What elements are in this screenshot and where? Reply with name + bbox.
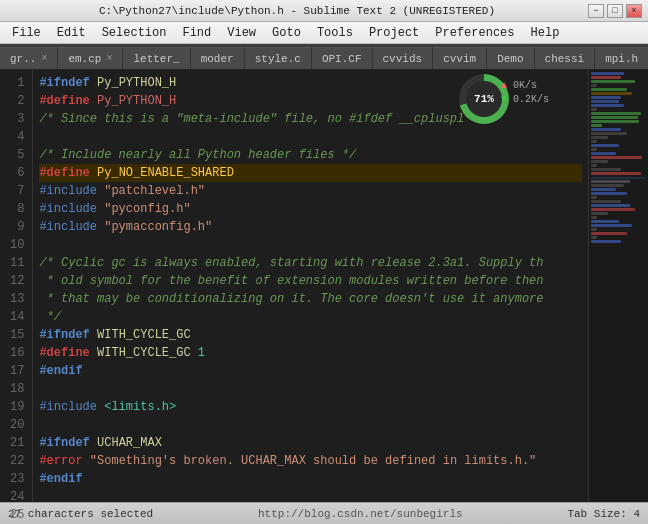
code-line-14: */ [39,308,582,326]
code-line-22: #error "Something's broken. UCHAR_MAX sh… [39,452,582,470]
title-text: C:\Python27\include\Python.h - Sublime T… [6,5,588,17]
tab-mpih[interactable]: mpi.h [595,47,648,69]
code-line-4 [39,128,582,146]
minimap-content [589,70,648,502]
minimize-button[interactable]: − [588,4,604,18]
tab-gr[interactable]: gr.. × [0,47,58,69]
speed-up-arrow: ▲ [501,80,507,91]
up-speed: 0K/s [513,80,537,91]
status-bar: 27 characters selected http://blog.csdn.… [0,502,648,524]
code-line-13: * that may be conditionalizing on it. Th… [39,290,582,308]
code-line-12: * old symbol for the benefit of extensio… [39,272,582,290]
code-line-23: #endif [39,470,582,488]
tab-opi[interactable]: OPI.CF [312,47,373,69]
title-bar: C:\Python27\include\Python.h - Sublime T… [0,0,648,22]
menu-bar: File Edit Selection Find View Goto Tools… [0,22,648,44]
code-line-8: #include "pyconfig.h" [39,200,582,218]
down-speed: 0.2K/s [513,94,549,105]
tab-demo[interactable]: Demo [487,47,534,69]
status-url: http://blog.csdn.net/sunbegirls [258,508,463,520]
tabs-bar: gr.. × em.cp × letter_ moder style.c OPI… [0,44,648,70]
code-line-10 [39,236,582,254]
menu-help[interactable]: Help [523,24,568,42]
close-button[interactable]: × [626,4,642,18]
progress-percent: 71% [466,81,502,117]
tab-chessi[interactable]: chessi [535,47,596,69]
speed-down-arrow: ▼ [501,94,507,105]
code-line-18 [39,380,582,398]
tab-style[interactable]: style.c [245,47,312,69]
tab-cvvim[interactable]: cvvim [433,47,487,69]
speed-info: ▲ 0K/s ▼ 0.2K/s [501,79,549,107]
code-line-20 [39,416,582,434]
code-line-19: #include <limits.h> [39,398,582,416]
code-line-16: #define WITH_CYCLE_GC 1 [39,344,582,362]
minimap[interactable] [588,70,648,502]
status-selection: 27 characters selected [8,508,153,520]
progress-overlay: 71% ▲ 0K/s ▼ 0.2K/s [459,74,513,128]
code-line-17: #endif [39,362,582,380]
maximize-button[interactable]: □ [607,4,623,18]
menu-goto[interactable]: Goto [264,24,309,42]
code-line-9: #include "pymacconfig.h" [39,218,582,236]
tab-emcp[interactable]: em.cp × [58,47,123,69]
code-line-6: #define Py_NO_ENABLE_SHARED [39,164,582,182]
code-line-7: #include "patchlevel.h" [39,182,582,200]
menu-selection[interactable]: Selection [94,24,175,42]
code-area[interactable]: #ifndef Py_PYTHON_H #define Py_PYTHON_H … [33,70,588,502]
code-line-21: #ifndef UCHAR_MAX [39,434,582,452]
line-numbers: 12345 678910 1112131415 1617181920 21222… [0,70,33,502]
menu-file[interactable]: File [4,24,49,42]
tab-close-gr[interactable]: × [41,53,47,64]
code-line-11: /* Cyclic gc is always enabled, starting… [39,254,582,272]
tab-close-emcp[interactable]: × [106,53,112,64]
code-line-24 [39,488,582,502]
tab-moder[interactable]: moder [191,47,245,69]
menu-view[interactable]: View [219,24,264,42]
status-tabsize: Tab Size: 4 [567,508,640,520]
menu-preferences[interactable]: Preferences [427,24,522,42]
menu-edit[interactable]: Edit [49,24,94,42]
code-line-15: #ifndef WITH_CYCLE_GC [39,326,582,344]
menu-project[interactable]: Project [361,24,427,42]
tab-cvvids[interactable]: cvvids [373,47,434,69]
tab-letter[interactable]: letter_ [123,47,190,69]
editor-container: 12345 678910 1112131415 1617181920 21222… [0,70,648,502]
code-line-5: /* Include nearly all Python header file… [39,146,582,164]
menu-find[interactable]: Find [174,24,219,42]
menu-tools[interactable]: Tools [309,24,361,42]
